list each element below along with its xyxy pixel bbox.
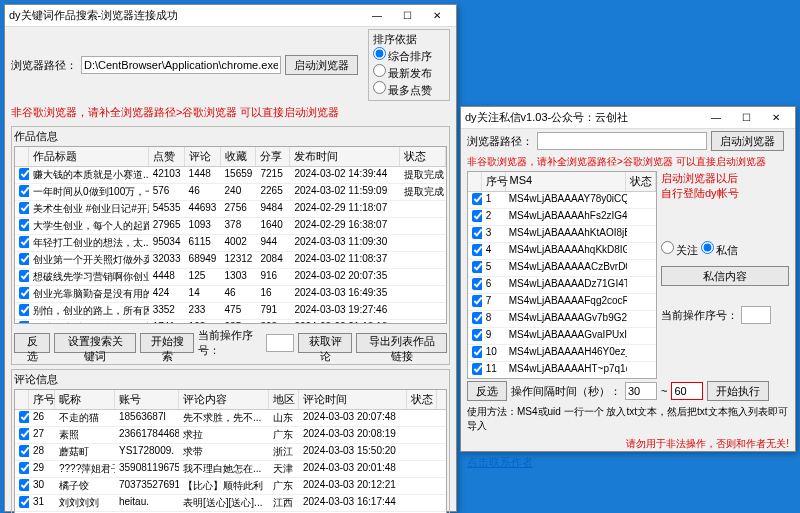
get-comment-btn[interactable]: 获取评论 bbox=[298, 333, 352, 353]
table-row[interactable]: 一年时间从0做到100万，一年...5764624022652024-03-02… bbox=[15, 184, 446, 201]
browser-path-label2: 浏览器路径： bbox=[467, 134, 533, 149]
table-row[interactable]: 大学生创业，每个人的起跑线...27965109337816402024-02-… bbox=[15, 218, 446, 235]
ms4-table[interactable]: 序号MS4状态 1MS4wLjABAAAAY78y0iCQd7IR...2MS4… bbox=[467, 171, 657, 379]
table-row[interactable]: 10MS4wLjABAAAAH46Y0ez_ZwQh3h. bbox=[468, 345, 656, 362]
table-row[interactable]: 美术生创业 #创业日记#开店日...5453544693275694842024… bbox=[15, 201, 446, 218]
min-btn[interactable]: — bbox=[362, 6, 392, 26]
table-row[interactable]: 29????萍姐君子35908119675我不理白她怎在...天津2024-03… bbox=[15, 461, 446, 478]
table-row[interactable]: 7MS4wLjABAAAAFqg2cocRCRm8blm. bbox=[468, 294, 656, 311]
table-row[interactable]: 年轻打工创业的想法，太...95034611540029442024-03-03… bbox=[15, 235, 446, 252]
msg-content-btn[interactable]: 私信内容 bbox=[661, 266, 789, 286]
table-row[interactable]: 11MS4wLjABAAAAHT~p7q1qT5BoVJG... bbox=[468, 362, 656, 379]
launch-browser-btn[interactable]: 启动浏览器 bbox=[285, 55, 358, 75]
radio-follow[interactable]: 关注 bbox=[661, 244, 698, 256]
sort-likes[interactable]: 最多点赞 bbox=[373, 84, 432, 96]
side-note2: 自行登陆dy帐号 bbox=[661, 186, 789, 201]
sort-newest[interactable]: 最新发布 bbox=[373, 67, 432, 79]
launch-browser-btn2[interactable]: 启动浏览器 bbox=[711, 131, 784, 151]
interval2-input[interactable] bbox=[671, 382, 703, 400]
table-row[interactable]: 9MS4wLjABAAAAGvaIPUxIzvq91K~x. bbox=[468, 328, 656, 345]
table-row[interactable]: 赚大钱的本质就是小赛道...4210314481565972152024-03-… bbox=[15, 167, 446, 184]
win2-title: dy关注私信v1.03-公众号：云创社 bbox=[465, 110, 701, 125]
table-row[interactable]: 1MS4wLjABAAAAY78y0iCQd7IR... bbox=[468, 192, 656, 209]
cur-op-label: 当前操作序号： bbox=[198, 328, 262, 358]
table-row[interactable]: 5MS4wLjABAAAAACzBvrDOF7gzpqq. bbox=[468, 260, 656, 277]
min-btn[interactable]: — bbox=[701, 108, 731, 128]
works-title: 作品信息 bbox=[14, 129, 447, 144]
win1-title: dy关键词作品搜索-浏览器连接成功 bbox=[9, 8, 362, 23]
table-row[interactable]: 4MS4wLjABAAAAhqKkD8IGjLGTV7LE bbox=[468, 243, 656, 260]
table-row[interactable]: 创业第一个开关照灯做外卖...32033689491231220842024-0… bbox=[15, 252, 446, 269]
warn-text: 请勿用于非法操作，否则和作者无关! bbox=[626, 437, 789, 451]
table-row[interactable]: 8MS4wLjABAAAAGv7b9G2i1oIBOcu... bbox=[468, 311, 656, 328]
table-row[interactable]: 28蘑菇町YS1728009.求带浙江2024-03-03 15:50:20 bbox=[15, 444, 446, 461]
sort-comprehensive[interactable]: 综合排序 bbox=[373, 50, 432, 62]
comment-table[interactable]: 序号昵称账号评论内容地区评论时间状态 26不走的猫18563687l先不求胜，先… bbox=[14, 389, 447, 513]
close-btn[interactable]: ✕ bbox=[422, 6, 452, 26]
usage-text: 使用方法：MS4或uid 一行一个 放入txt文本，然后把txt文本拖入列表即可… bbox=[467, 405, 789, 433]
radio-msg[interactable]: 私信 bbox=[701, 244, 738, 256]
invert-btn2[interactable]: 反选 bbox=[467, 381, 507, 401]
browser-path-input[interactable] bbox=[81, 56, 281, 74]
start-btn[interactable]: 开始执行 bbox=[707, 381, 769, 401]
table-row[interactable]: 3MS4wLjABAAAAhKtAOI8jB6Rv... bbox=[468, 226, 656, 243]
table-row[interactable]: 想破线先学习营销啊你创业...444812513039162024-03-02 … bbox=[15, 269, 446, 286]
table-row[interactable]: 26不走的猫18563687l先不求胜，先不...山东2024-03-03 20… bbox=[15, 410, 446, 427]
red-note2: 非谷歌浏览器，请补全浏览器路径>谷歌浏览器 可以直接启动浏览器 bbox=[467, 155, 766, 169]
interval1-input[interactable] bbox=[625, 382, 657, 400]
export-works-btn[interactable]: 导出列表作品链接 bbox=[356, 333, 447, 353]
invert-btn[interactable]: 反选 bbox=[14, 333, 50, 353]
table-row[interactable]: 创业光靠脑勤奋是没有用的，靠...4241446162024-03-03 16:… bbox=[15, 286, 446, 303]
start-collect-btn[interactable]: 开始搜索 bbox=[140, 333, 194, 353]
table-row[interactable]: 27素照23661784468求拉广东2024-03-03 20:08:19 bbox=[15, 427, 446, 444]
cur-op-input2[interactable] bbox=[741, 306, 771, 324]
table-row[interactable]: 2MS4wLjABAAAAhFs2zIG4L2G6E9V... bbox=[468, 209, 656, 226]
browser-path-input2[interactable] bbox=[537, 132, 707, 150]
side-note1: 启动浏览器以后 bbox=[661, 171, 789, 186]
red-note: 非谷歌浏览器，请补全浏览器路径>谷歌浏览器 可以直接启动浏览器 bbox=[11, 105, 339, 120]
cur-op-label2: 当前操作序号： bbox=[661, 309, 738, 321]
table-row[interactable]: 30橘子饺70373527691【比心】顺特此利【...广东2024-03-03… bbox=[15, 478, 446, 495]
table-row[interactable]: 别怕，创业的路上，所有因难都...33522334757912024-03-03… bbox=[15, 303, 446, 320]
max-btn[interactable]: ☐ bbox=[392, 6, 422, 26]
max-btn[interactable]: ☐ bbox=[731, 108, 761, 128]
cur-op-input[interactable] bbox=[266, 334, 294, 352]
table-row[interactable]: 6MS4wLjABAAAADz71GI4Tirr~say... bbox=[468, 277, 656, 294]
works-table[interactable]: 作品标题点赞评论收藏分享发布时间状态 赚大钱的本质就是小赛道...4210314… bbox=[14, 146, 447, 324]
browser-path-label: 浏览器路径： bbox=[11, 58, 77, 73]
table-row[interactable]: 31刘刘刘刘heitau.表明[送心][送心]...江西2024-03-03 1… bbox=[15, 495, 446, 512]
sort-title: 排序依据 bbox=[373, 33, 417, 45]
contact-link2[interactable]: 点击联系作者 bbox=[467, 455, 533, 470]
set-keyword-btn[interactable]: 设置搜索关键词 bbox=[54, 333, 136, 353]
interval-label: 操作间隔时间（秒）： bbox=[511, 384, 621, 399]
close-btn[interactable]: ✕ bbox=[761, 108, 791, 128]
comment-title: 评论信息 bbox=[14, 372, 447, 387]
